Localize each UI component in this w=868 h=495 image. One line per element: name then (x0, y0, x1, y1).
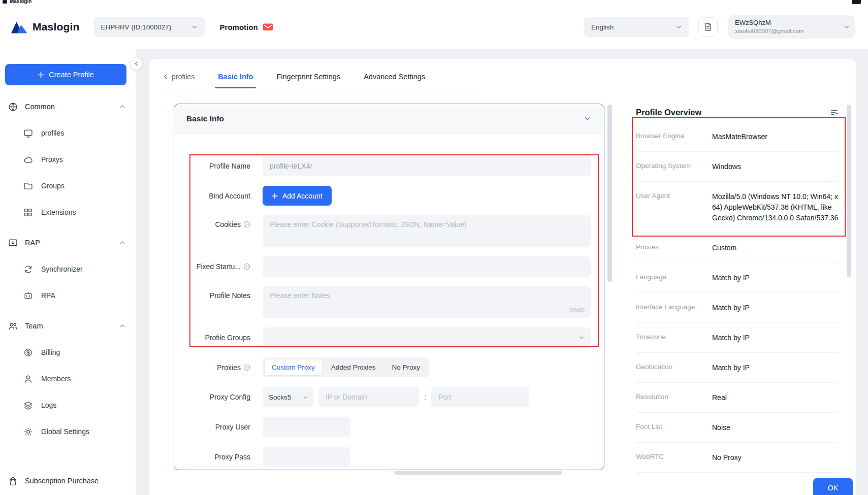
globe-icon (8, 102, 18, 112)
window-control-fragment (852, 0, 861, 4)
overview-row: Proxies Custom (636, 233, 839, 263)
promotion-link[interactable]: Promotion (220, 22, 273, 32)
sidebar-item-synchronizer[interactable]: Synchronizer (0, 256, 136, 282)
chevron-left-icon (163, 74, 169, 80)
form-row-profile-name: Profile Name (189, 156, 591, 176)
cookies-textarea[interactable] (263, 215, 591, 247)
user-email: xiaofei020907@gmail.com (735, 27, 844, 35)
profile-name-input[interactable] (263, 156, 591, 176)
ok-button[interactable]: OK (813, 478, 853, 495)
form-row-proxy-user: Proxy User (189, 417, 591, 437)
info-icon[interactable] (243, 263, 250, 270)
back-label: profiles (172, 73, 195, 81)
user-account-menu[interactable]: EWzSQhzM xiaofei020907@gmail.com (728, 15, 855, 39)
create-profile-button[interactable]: Create Profile (5, 64, 126, 85)
window-app-icon (3, 0, 7, 4)
overview-label: Interface Language (636, 303, 712, 311)
overview-value: MasMateBrowser (712, 131, 839, 142)
sidebar-section-team[interactable]: Team (0, 313, 136, 339)
agreement-doc-button[interactable] (698, 17, 718, 37)
proxy-user-label: Proxy User (215, 423, 250, 431)
sidebar-item-proxys[interactable]: Proxys (0, 146, 136, 173)
overview-label: Resolution (636, 392, 712, 401)
sidebar-item-profiles[interactable]: profiles (0, 120, 136, 146)
sidebar-item-label: Members (41, 375, 71, 383)
sidebar-nav: Common profiles Proxys (0, 91, 136, 466)
sidebar-item-billing[interactable]: Billing (0, 339, 136, 366)
overview-label: Browser Engine (636, 131, 712, 140)
sync-icon (23, 265, 33, 274)
sidebar-item-extensions[interactable]: Extensions (0, 199, 136, 225)
form-scrollbar-thumb[interactable] (607, 105, 612, 282)
sidebar-item-label: Synchronizer (41, 265, 83, 273)
overview-row: User Agent Mozilla/5.0 (Windows NT 10.0;… (636, 182, 839, 233)
sidebar-item-global-settings[interactable]: Global Settings (0, 418, 136, 445)
horizontal-scrollbar-thumb[interactable] (394, 471, 562, 475)
overview-row: Font List Noise (636, 413, 839, 443)
language-select[interactable]: English (584, 17, 689, 37)
rpa-icon (23, 291, 33, 301)
proxy-protocol-select[interactable]: Socks5 (263, 387, 313, 407)
sidebar-item-label: profiles (41, 129, 64, 137)
sidebar-item-label: Extensions (41, 208, 76, 216)
sidebar-item-groups[interactable]: Groups (0, 173, 136, 199)
sidebar-item-rpa[interactable]: RPA (0, 282, 136, 309)
overview-scrollbar-thumb[interactable] (847, 105, 851, 277)
tab-fingerprint-settings[interactable]: Fingerprint Settings (276, 73, 340, 88)
window-title-text: Maslogin (10, 0, 31, 4)
overview-row: Timezone Match by IP (636, 323, 839, 353)
language-value: English (591, 23, 614, 31)
fixed-startup-input[interactable] (263, 256, 591, 277)
basic-info-panel: Basic Info Profile Name (174, 104, 604, 470)
profile-groups-select[interactable] (263, 327, 591, 348)
sidebar-item-label: Proxys (41, 155, 63, 163)
profile-overview-panel: Profile Overview Browser Engine MasMateB… (618, 104, 856, 489)
sidebar-collapse-button[interactable] (130, 57, 143, 70)
overview-scrollbar-track (847, 105, 851, 277)
sidebar-item-logs[interactable]: Logs (0, 392, 136, 418)
sidebar-section-rap[interactable]: RAP (0, 229, 136, 256)
proxies-option-added-proxies[interactable]: Added Proxies (324, 359, 383, 376)
sidebar-item-label: Groups (41, 182, 65, 190)
add-account-button[interactable]: Add Account (263, 186, 332, 206)
team-icon (8, 321, 18, 331)
sidebar-item-members[interactable]: Members (0, 366, 136, 392)
cloud-icon (23, 155, 33, 164)
tab-basic-info[interactable]: Basic Info (218, 73, 253, 88)
overview-value: No Proxy (712, 452, 839, 463)
profile-name-label: Profile Name (209, 162, 250, 170)
brand[interactable]: Maslogin (11, 21, 80, 34)
folder-icon (23, 181, 33, 191)
list-settings-icon[interactable] (830, 108, 839, 117)
proxy-user-input[interactable] (263, 417, 350, 437)
proxies-option-no-proxy[interactable]: No Proxy (384, 359, 428, 376)
info-icon[interactable] (243, 364, 250, 371)
proxy-ip-input[interactable] (318, 387, 419, 407)
chevron-down-icon (191, 24, 198, 30)
back-to-profiles-link[interactable]: profiles (163, 73, 195, 88)
proxy-pass-input[interactable] (263, 447, 350, 467)
document-icon (703, 22, 713, 31)
profile-notes-textarea[interactable] (263, 286, 591, 318)
app-header: Maslogin EHPHRV (ID:1000027) Promotion E… (0, 5, 868, 49)
overview-row: Operating System Windows (636, 152, 839, 182)
proxy-port-input[interactable] (431, 387, 529, 407)
bind-account-label: Bind Account (209, 192, 250, 200)
chevron-down-icon (844, 24, 850, 30)
proxy-colon-separator: : (424, 393, 426, 401)
sidebar: Create Profile Common (0, 49, 136, 495)
app-body: Create Profile Common (0, 49, 868, 495)
overview-value: Mozilla/5.0 (Windows NT 10.0; Win64; x64… (712, 191, 839, 223)
basic-info-form: Profile Name Bind Account (174, 134, 604, 467)
workspace-select[interactable]: EHPHRV (ID:1000027) (94, 17, 205, 37)
tabbar: profiles Basic Info Fingerprint Settings… (163, 65, 477, 88)
basic-info-panel-header[interactable]: Basic Info (174, 104, 604, 134)
proxies-option-custom-proxy[interactable]: Custom Proxy (264, 359, 323, 376)
promotion-envelope-icon (263, 22, 273, 32)
member-icon (23, 374, 33, 384)
info-icon[interactable] (243, 221, 250, 228)
sidebar-section-common[interactable]: Common (0, 93, 136, 120)
tab-advanced-settings[interactable]: Advanced Settings (364, 73, 425, 88)
profile-notes-label: Profile Notes (210, 291, 250, 300)
sidebar-item-subscription-purchase[interactable]: Subscription Purchase (0, 467, 136, 495)
